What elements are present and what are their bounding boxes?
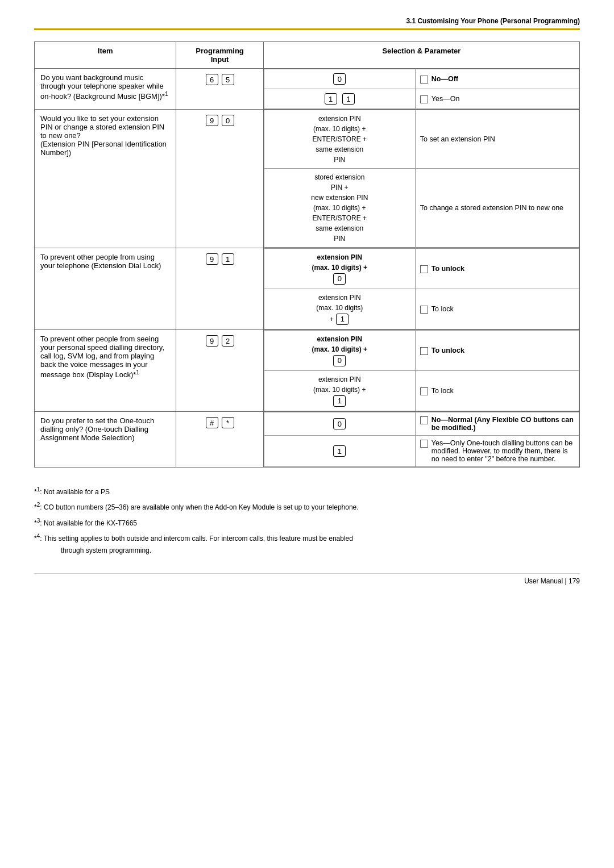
- sel-display-lock-input: extension PIN(max. 10 digits) +1: [264, 371, 415, 411]
- sel-ext-pin: extension PIN(max. 10 digits) +ENTER/STO…: [263, 110, 579, 248]
- checkbox: [420, 347, 428, 355]
- item-one-touch: Do you prefer to set the One-touch diall…: [35, 412, 176, 468]
- checkbox: [420, 416, 428, 424]
- checkbox: [420, 76, 428, 84]
- label-no-normal: No—Normal (Any Flexible CO buttons can b…: [432, 416, 574, 432]
- sel-no-normal: No—Normal (Any Flexible CO buttons can b…: [415, 412, 579, 436]
- table-row: Do you want background music through you…: [35, 69, 580, 110]
- sel-display-to-unlock: To unlock: [415, 331, 579, 371]
- footer-page: 179: [569, 577, 580, 585]
- sel-set-pin-input: extension PIN(max. 10 digits) +ENTER/STO…: [264, 110, 415, 169]
- key-0-box: 0: [333, 273, 346, 285]
- table-row: To prevent other people from seeing your…: [35, 330, 580, 412]
- key-2: 2: [222, 335, 234, 347]
- sel-unlock-input: extension PIN(max. 10 digits) + 0: [264, 249, 415, 289]
- label-yes-one-touch: Yes—Only One-touch dialling buttons can …: [432, 439, 574, 463]
- footnote-2: *2: CO button numbers (25–36) are availa…: [34, 500, 580, 513]
- key-5: 5: [222, 74, 234, 85]
- prog-bgm: 6 5: [176, 69, 263, 110]
- sel-key-0: 0: [264, 69, 415, 89]
- table-row: Would you like to set your extension PIN…: [35, 110, 580, 248]
- label-no-off: No—Off: [432, 75, 458, 83]
- key-1: 1: [222, 253, 234, 265]
- key-hash: #: [206, 417, 218, 428]
- sel-bgm: 0 No—Off 1 1: [263, 69, 579, 110]
- key-0: 0: [333, 73, 346, 85]
- col-header-item: Item: [35, 42, 176, 69]
- footnote-4: *4: This setting applies to both outside…: [34, 531, 580, 556]
- page-footer: User Manual | 179: [34, 573, 580, 585]
- table-row: Do you prefer to set the One-touch diall…: [35, 412, 580, 468]
- sel-to-unlock: To unlock: [415, 249, 579, 289]
- key-9: 9: [206, 335, 218, 347]
- footer-label: User Manual: [524, 577, 563, 585]
- label-to-lock: To lock: [432, 387, 454, 395]
- checkbox: [420, 265, 428, 273]
- item-bgm: Do you want background music through you…: [35, 69, 176, 110]
- sel-one-touch-1: 1: [264, 436, 415, 467]
- key-1a: 1: [325, 93, 337, 105]
- key-0: 0: [222, 115, 234, 126]
- key-6: 6: [206, 74, 218, 85]
- sel-yes-one-touch: Yes—Only One-touch dialling buttons can …: [415, 436, 579, 467]
- key-0: 0: [333, 418, 346, 429]
- col-header-selection: Selection & Parameter: [263, 42, 579, 69]
- key-9: 9: [206, 115, 218, 126]
- footnotes: *1: Not available for a PS *2: CO button…: [34, 485, 580, 556]
- checkbox: [420, 306, 428, 314]
- key-1: 1: [333, 445, 346, 457]
- sel-no-off: No—Off: [415, 69, 579, 89]
- footnote-3: *3: Not available for the KX-T7665: [34, 516, 580, 529]
- sel-change-pin-label: To change a stored extension PIN to new …: [415, 169, 579, 248]
- checkbox: [420, 95, 428, 103]
- item-ext-pin: Would you like to set your extension PIN…: [35, 110, 176, 248]
- label-to-unlock: To unlock: [432, 265, 464, 273]
- prog-dial-lock: 9 1: [176, 248, 263, 330]
- sel-set-pin-label: To set an extension PIN: [415, 110, 579, 169]
- sel-key-11: 1 1: [264, 89, 415, 109]
- checkbox: [420, 440, 428, 448]
- sel-yes-on: Yes—On: [415, 89, 579, 109]
- checkbox: [420, 387, 428, 395]
- sel-display-unlock-input: extension PIN(max. 10 digits) + 0: [264, 331, 415, 371]
- page-header: 3.1 Customising Your Phone (Personal Pro…: [34, 17, 580, 30]
- sel-to-lock: To lock: [415, 289, 579, 329]
- sel-one-touch-0: 0: [264, 412, 415, 436]
- key-1-box: 1: [336, 314, 349, 325]
- table-row: To prevent other people from using your …: [35, 248, 580, 330]
- sel-dial-lock: extension PIN(max. 10 digits) + 0 To unl…: [263, 248, 579, 330]
- main-table: Item Programming Input Selection & Param…: [34, 41, 580, 468]
- sel-lock-input: extension PIN(max. 10 digits)+ 1: [264, 289, 415, 329]
- sel-change-pin-input: stored extensionPIN +new extension PIN(m…: [264, 169, 415, 248]
- item-display-lock: To prevent other people from seeing your…: [35, 330, 176, 412]
- key-1-box: 1: [333, 395, 346, 407]
- col-header-programming: Programming Input: [176, 42, 263, 69]
- label-yes-on: Yes—On: [432, 95, 460, 103]
- key-9: 9: [206, 253, 218, 265]
- label-to-lock: To lock: [432, 305, 454, 313]
- label-to-unlock: To unlock: [432, 347, 464, 354]
- footnote-1: *1: Not available for a PS: [34, 485, 580, 498]
- prog-ext-pin: 9 0: [176, 110, 263, 248]
- prog-display-lock: 9 2: [176, 330, 263, 412]
- sel-one-touch: 0 No—Normal (Any Flexible CO buttons can…: [263, 412, 579, 468]
- header-title: 3.1 Customising Your Phone (Personal Pro…: [406, 17, 580, 25]
- sel-display-to-lock: To lock: [415, 371, 579, 411]
- sel-display-lock: extension PIN(max. 10 digits) + 0 To unl…: [263, 330, 579, 412]
- key-star: *: [222, 417, 234, 428]
- item-dial-lock: To prevent other people from using your …: [35, 248, 176, 330]
- key-0-box: 0: [333, 355, 346, 366]
- prog-one-touch: # *: [176, 412, 263, 468]
- key-1b: 1: [342, 93, 355, 105]
